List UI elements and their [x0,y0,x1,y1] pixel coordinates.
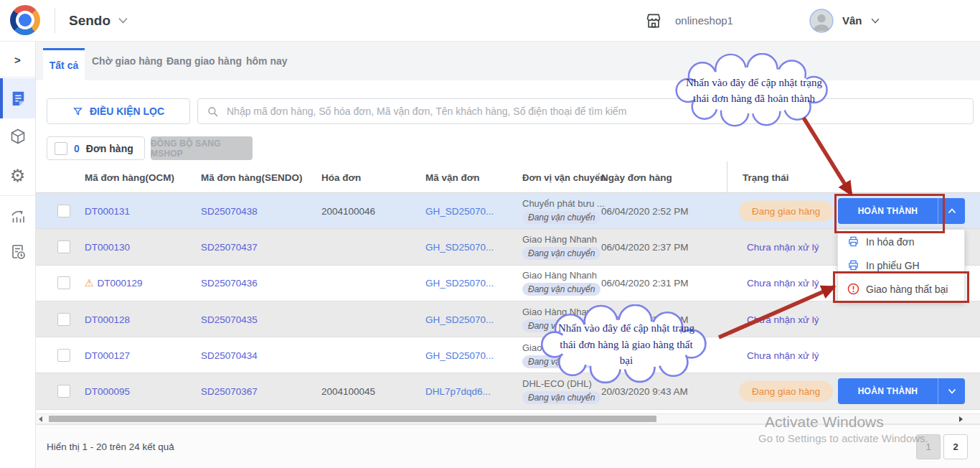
tab-delivering[interactable]: Đang giao hàng [166,41,242,80]
tab-today[interactable]: hôm nay [246,41,288,80]
sync-mshop-button[interactable]: ĐỒNG BỘ SANG MSHOP [151,136,253,160]
brand-menu[interactable]: Sendo [69,0,128,41]
carrier-status-pill: Đang vận chuyển [522,211,600,224]
selected-orders-button[interactable]: 0 Đơn hàng [47,136,145,160]
carrier-cell: Giao Hàng Nhanh Đang vận chuyển [522,234,604,260]
printer-icon [847,259,859,271]
row-checkbox[interactable] [57,385,70,398]
chevron-right-icon: > [14,54,21,66]
order-ocm: DT000128 [85,314,130,324]
row-checkbox[interactable] [57,276,70,289]
menu-item-print-delivery-slip[interactable]: In phiếu GH [838,253,964,277]
order-ocm-link[interactable]: ⚠ DT000129 [85,277,143,289]
annotation-text: Nhấn vào đây để cập nhật trạng thái đơn … [555,320,698,369]
sidebar-item-products[interactable] [0,117,35,156]
report-clock-icon [9,243,27,261]
header-divider [55,8,55,33]
invoice-number: 2004100045 [321,386,375,397]
page-button-2[interactable]: 2 [943,434,968,459]
menu-item-delivery-failed[interactable]: Giao hàng thất bại [838,277,964,301]
tab-label: hôm nay [246,55,288,67]
tab-label: Đang giao hàng [166,55,242,67]
filter-button[interactable]: ĐIỀU KIỆN LỌC [47,98,190,124]
row-checkbox[interactable] [57,349,70,362]
row-actions-menu: In hóa đơn In phiếu GH Giao hàng thất bạ… [837,229,965,301]
row-checkbox[interactable] [57,313,70,326]
order-ocm: DT000130 [85,241,130,252]
column-header-carrier: Đơn vị vận chuyển [522,162,606,193]
results-summary: Hiển thị 1 - 20 trên 24 kết quả [47,441,174,452]
order-ocm-link[interactable]: DT000131 [85,205,130,216]
carrier-status-pill: Đang vận chuyển [522,247,600,260]
row-checkbox[interactable] [57,240,70,253]
sidebar-expand-button[interactable]: > [0,50,35,70]
complete-button[interactable]: HOÀN THÀNH [838,378,938,404]
tracking-link[interactable]: DHL7p7dqd6... [425,386,491,397]
order-date: 20/03/2020 9:43 AM [601,386,688,397]
warning-icon: ⚠ [85,277,94,289]
tracking-link[interactable]: GH_SD25070... [425,241,494,252]
order-sendo-link[interactable]: SD25070435 [201,314,258,324]
shop-selector[interactable]: onlineshop1 [644,0,733,41]
order-ocm-link[interactable]: DT000128 [85,314,130,324]
tracking-link[interactable]: GH_SD25070... [425,278,494,289]
menu-item-label: In phiếu GH [866,260,920,271]
complete-button[interactable]: HOÀN THÀNH [838,198,938,224]
status-text: Chưa nhận xử lý [747,350,819,360]
table-footer: Hiển thị 1 - 20 trên 24 kết quả 1 2 [35,424,980,468]
sidebar-item-analytics[interactable] [0,197,35,235]
menu-item-print-invoice[interactable]: In hóa đơn [838,230,964,253]
search-input[interactable] [225,105,964,118]
tab-all[interactable]: Tất cả [43,48,85,80]
menu-item-label: In hóa đơn [866,236,915,248]
status-badge: Đang giao hàng [739,200,833,221]
row-checkbox[interactable] [57,205,70,217]
page-button-1[interactable]: 1 [916,434,941,459]
error-icon [847,283,859,295]
search-box [197,98,974,124]
sidebar-divider [0,77,35,78]
tracking-link[interactable]: GH_SD25070... [425,205,494,216]
scroll-left-arrow[interactable] [39,416,42,422]
order-date: 06/04/2020 2:37 PM [601,241,689,252]
order-sendo-link[interactable]: SD25070438 [201,205,258,216]
order-sendo-link[interactable]: SD25070436 [201,278,258,289]
sidebar-divider [0,195,35,196]
sync-label: ĐỒNG BỘ SANG MSHOP [151,139,253,159]
tracking-link[interactable]: GH_SD25070... [425,314,494,324]
order-ocm-link[interactable]: DT000130 [85,241,130,252]
sidebar-item-settings[interactable]: ⚙ [0,156,35,195]
order-sendo-link[interactable]: SD25070367 [201,386,258,397]
order-date: 06/04/2020 2:31 PM [601,278,689,289]
order-ocm: DT000127 [85,350,130,360]
carrier-name: Chuyển phát bưu ... [522,198,604,209]
carrier-name: Giao Hàng Nhanh [522,234,604,245]
order-sendo-link[interactable]: SD25070434 [201,350,258,360]
sidebar-item-reports[interactable] [0,233,35,271]
actions-dropdown-toggle[interactable] [938,198,965,224]
status-badge: Đang giao hàng [739,381,833,402]
order-document-icon [10,90,26,106]
order-sendo-link[interactable]: SD25070437 [201,241,258,252]
printer-icon [847,235,859,248]
scroll-right-arrow[interactable] [959,416,963,422]
status-text: Chưa nhận xử lý [747,278,819,289]
top-header: Sendo onlineshop1 Vân [0,0,980,42]
avatar [809,9,834,33]
sidebar-item-orders[interactable] [0,78,35,118]
annotation-text: Nhấn vào đây để cập nhật trạng thái đơn … [686,75,822,107]
filter-button-label: ĐIỀU KIỆN LỌC [90,106,164,117]
chevron-up-icon [948,208,956,214]
actions-dropdown-toggle[interactable] [938,378,965,404]
order-ocm-link[interactable]: DT000127 [85,350,130,360]
order-ocm-link[interactable]: DT000095 [85,386,130,397]
select-all-checkbox[interactable] [55,142,67,155]
tracking-link[interactable]: GH_SD25070... [425,350,494,360]
scrollbar-thumb[interactable] [49,416,656,422]
user-menu[interactable]: Vân [809,0,880,41]
order-ocm: DT000131 [85,205,130,216]
package-icon [9,128,27,145]
gear-icon: ⚙ [10,167,26,184]
user-name: Vân [842,14,862,27]
tab-waiting-delivery[interactable]: Chờ giao hàng [92,41,163,80]
